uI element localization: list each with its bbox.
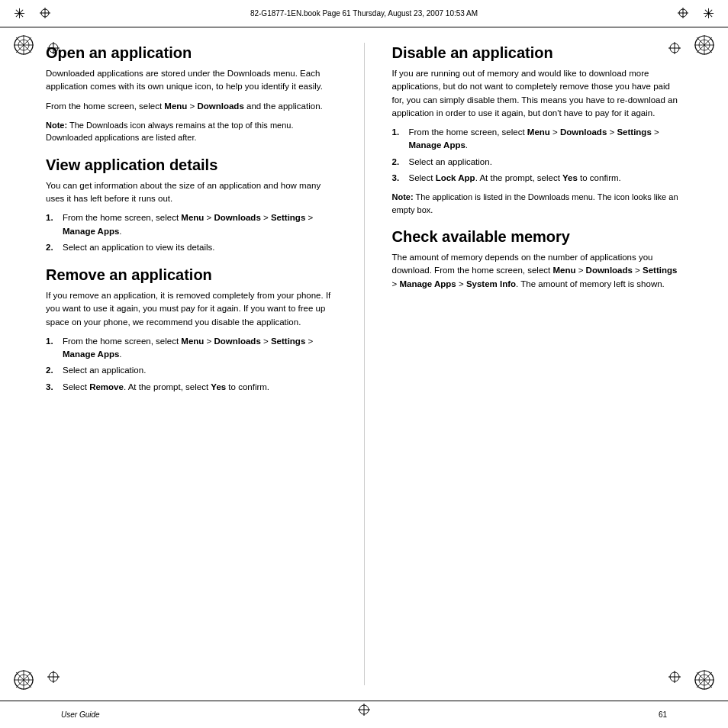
view-details-para1: You can get information about the size o…	[46, 179, 337, 206]
list-item: 2. Select an application.	[46, 364, 337, 377]
footer-right-text: 61	[659, 710, 667, 719]
section-remove-application: Remove an application If you remove an a…	[46, 265, 337, 394]
section-view-details-title: View application details	[46, 155, 337, 175]
section-open-application: Open an application Downloaded applicati…	[46, 43, 337, 144]
list-num: 2.	[46, 241, 56, 254]
corner-bl-snowflake	[14, 670, 34, 693]
list-num: 1.	[46, 335, 56, 362]
list-content: Select Lock App. At the prompt, select Y…	[409, 172, 683, 185]
header-bar: ✳ 82-G1877-1EN.book Page 61 Thursday, Au…	[0, 0, 728, 27]
list-content: Select an application.	[409, 156, 683, 169]
header-snowflake-right: ✳	[703, 5, 714, 22]
footer-bar: User Guide 61	[0, 701, 728, 728]
open-app-para2: From the home screen, select Menu > Down…	[46, 100, 337, 113]
list-content: From the home screen, select Menu > Down…	[409, 126, 683, 153]
section-view-application-details: View application details You can get inf…	[46, 155, 337, 254]
list-num: 2.	[46, 364, 56, 377]
list-item: 2. Select an application.	[392, 156, 683, 169]
corner-tl-snowflake	[14, 35, 34, 58]
disable-app-list: 1. From the home screen, select Menu > D…	[392, 126, 683, 185]
section-check-memory-title: Check available memory	[392, 227, 683, 246]
header-text: 82-G1877-1EN.book Page 61 Thursday, Augu…	[250, 9, 478, 18]
disable-app-note: Note: The application is listed in the D…	[392, 191, 683, 216]
disable-app-para1: If you are running out of memory and wou…	[392, 67, 683, 120]
view-details-list: 1. From the home screen, select Menu > D…	[46, 211, 337, 254]
section-remove-title: Remove an application	[46, 265, 337, 285]
list-num: 3.	[46, 381, 56, 394]
list-item: 3. Select Remove. At the prompt, select …	[46, 381, 337, 394]
list-content: From the home screen, select Menu > Down…	[63, 335, 337, 362]
remove-app-list: 1. From the home screen, select Menu > D…	[46, 335, 337, 394]
list-content: From the home screen, select Menu > Down…	[63, 211, 337, 238]
list-content: Select an application to view its detail…	[63, 241, 337, 254]
footer-left-text: User Guide	[61, 710, 100, 719]
open-app-para1: Downloaded applications are stored under…	[46, 67, 337, 94]
list-item: 1. From the home screen, select Menu > D…	[46, 335, 337, 362]
remove-app-para1: If you remove an application, it is remo…	[46, 289, 337, 329]
list-num: 1.	[392, 126, 403, 153]
corner-br-snowflake	[694, 670, 714, 693]
open-app-note: Note: The Downloads icon always remains …	[46, 119, 337, 144]
section-disable-application: Disable an application If you are runnin…	[392, 43, 683, 216]
section-open-application-title: Open an application	[46, 43, 337, 63]
list-num: 1.	[46, 211, 56, 238]
list-item: 1. From the home screen, select Menu > D…	[46, 211, 337, 238]
list-content: Select an application.	[63, 364, 337, 377]
left-column: Open an application Downloaded applicati…	[46, 43, 346, 685]
page: ✳ 82-G1877-1EN.book Page 61 Thursday, Au…	[0, 0, 728, 728]
section-disable-title: Disable an application	[392, 43, 683, 63]
list-content: Select Remove. At the prompt, select Yes…	[63, 381, 337, 394]
main-content: Open an application Downloaded applicati…	[46, 27, 682, 701]
right-column: Disable an application If you are runnin…	[383, 43, 683, 685]
header-snowflake-left: ✳	[14, 5, 25, 22]
header-crosshair-left	[40, 8, 50, 21]
check-memory-para1: The amount of memory depends on the numb…	[392, 251, 683, 291]
section-check-memory: Check available memory The amount of mem…	[392, 227, 683, 291]
list-item: 1. From the home screen, select Menu > D…	[392, 126, 683, 153]
list-num: 3.	[392, 172, 403, 185]
column-divider	[364, 43, 365, 685]
list-num: 2.	[392, 156, 403, 169]
header-crosshair-right	[678, 8, 688, 21]
list-item: 3. Select Lock App. At the prompt, selec…	[392, 172, 683, 185]
list-item: 2. Select an application to view its det…	[46, 241, 337, 254]
corner-tr-snowflake	[694, 35, 714, 58]
